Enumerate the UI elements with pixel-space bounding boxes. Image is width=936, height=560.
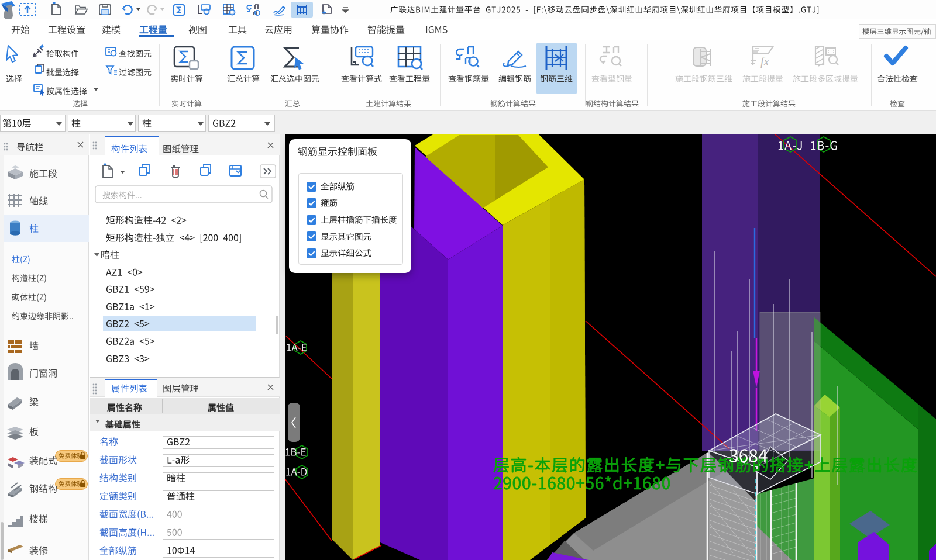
svg-text:fx: fx <box>760 55 769 68</box>
